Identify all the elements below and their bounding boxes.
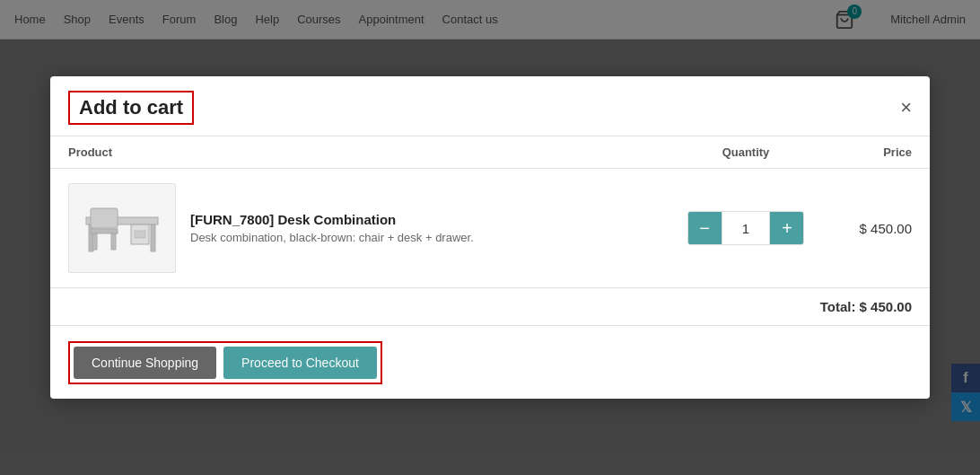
add-to-cart-modal: Add to cart × Product Quantity Price xyxy=(50,76,930,399)
cart-table: Product Quantity Price xyxy=(50,136,930,288)
proceed-to-checkout-button[interactable]: Proceed to Checkout xyxy=(223,347,377,379)
svg-rect-8 xyxy=(111,233,116,250)
total-row: Total: $ 450.00 xyxy=(50,288,930,326)
quantity-cell: − + xyxy=(669,169,822,288)
action-buttons-group: Continue Shopping Proceed to Checkout xyxy=(68,341,382,384)
svg-rect-3 xyxy=(151,224,155,251)
quantity-control: − + xyxy=(687,211,804,245)
product-description: Desk combination, black-brown: chair + d… xyxy=(190,231,474,244)
modal-footer: Continue Shopping Proceed to Checkout xyxy=(50,326,930,399)
quantity-increase-button[interactable]: + xyxy=(770,212,804,244)
col-header-price: Price xyxy=(822,136,930,169)
modal-overlay: Add to cart × Product Quantity Price xyxy=(0,0,980,475)
col-header-quantity: Quantity xyxy=(669,136,822,169)
svg-rect-5 xyxy=(135,231,145,238)
col-header-product: Product xyxy=(50,136,669,169)
modal-header: Add to cart × xyxy=(50,76,930,136)
modal-body: Product Quantity Price xyxy=(50,136,930,326)
product-info: [FURN_7800] Desk Combination Desk combin… xyxy=(190,212,474,244)
continue-shopping-button[interactable]: Continue Shopping xyxy=(74,347,216,379)
svg-rect-7 xyxy=(92,233,97,250)
modal-close-button[interactable]: × xyxy=(900,98,912,118)
product-cell: [FURN_7800] Desk Combination Desk combin… xyxy=(50,169,669,288)
quantity-decrease-button[interactable]: − xyxy=(687,212,722,244)
svg-rect-9 xyxy=(91,208,118,228)
table-row: [FURN_7800] Desk Combination Desk combin… xyxy=(50,169,930,288)
quantity-input[interactable] xyxy=(722,212,770,244)
price-cell: $ 450.00 xyxy=(822,169,930,288)
modal-title: Add to cart xyxy=(68,91,194,125)
svg-rect-6 xyxy=(91,229,118,233)
product-thumbnail xyxy=(68,183,176,273)
product-name: [FURN_7800] Desk Combination xyxy=(190,212,474,227)
